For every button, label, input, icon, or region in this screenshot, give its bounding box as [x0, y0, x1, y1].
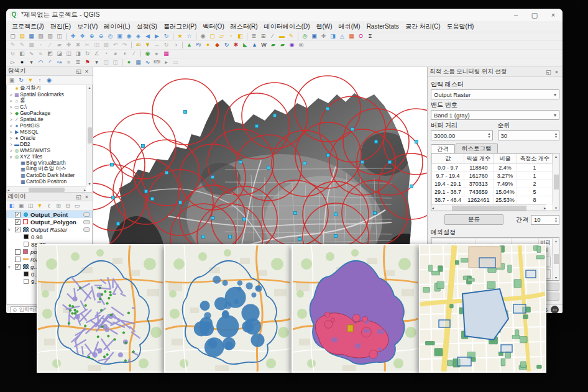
expander-icon[interactable]: > — [8, 117, 14, 122]
exceptions-vscrollbar[interactable]: ▴▾ — [553, 238, 559, 280]
minimize-button[interactable]: – — [507, 9, 525, 21]
collapse-all-layers-icon[interactable]: ⊟ — [63, 202, 72, 210]
menu-item-3[interactable]: 레이어(L) — [101, 22, 133, 32]
refresh-map-icon[interactable]: ↻ — [162, 32, 171, 40]
plugin-green-a-icon[interactable]: ▰ — [269, 41, 278, 49]
browser-hscrollbar[interactable]: ◂▸ — [7, 186, 86, 192]
collapse-all-icon[interactable]: ↑ — [35, 76, 44, 84]
browser-item-mssql[interactable]: >▶MSSQL — [7, 129, 92, 135]
expander-icon[interactable]: > — [8, 105, 14, 109]
show-properties-icon[interactable]: ◉ — [45, 76, 53, 84]
browser-item-postgis[interactable]: >●PostGIS — [7, 122, 92, 129]
plugin-purple-ring-icon[interactable]: ◉ — [287, 41, 296, 49]
menu-item-1[interactable]: 편집(E) — [47, 22, 74, 32]
crosshair-tool-icon[interactable]: ✚ — [319, 32, 328, 40]
label-move-icon[interactable]: ↔ — [152, 41, 162, 49]
browser-item-spatialite[interactable]: >∕SpatiaLite — [7, 116, 92, 122]
rails-b-icon[interactable]: ≣ — [73, 58, 83, 66]
menu-item-10[interactable]: 메쉬(M) — [336, 22, 364, 32]
browser-item-wms-wmts[interactable]: >◎WMS/WMTS — [7, 147, 92, 153]
style-manager-icon[interactable]: ▦ — [162, 50, 171, 58]
layer-stack-icon[interactable]: ▦ — [134, 58, 143, 66]
plugin-orange-icon[interactable]: ◆ — [213, 41, 222, 49]
layer-item-output-point[interactable]: ✓Output_Point — [7, 211, 92, 218]
manage-map-themes-icon[interactable]: ◫ — [26, 202, 35, 210]
plugin-green-hill-icon[interactable]: ◣ — [241, 41, 250, 49]
add-polygon-feature-icon[interactable]: ▰ — [55, 41, 64, 49]
dropdown-a-icon[interactable]: ▾ — [27, 58, 36, 66]
measure-line-icon[interactable]: ∕ — [268, 32, 277, 40]
copy-features-icon[interactable]: ◫ — [92, 41, 101, 49]
layer-visibility-checkbox[interactable]: ✓ — [15, 227, 21, 232]
kbi-plugin-icon[interactable]: KBI — [152, 58, 162, 66]
add-point-feature-icon[interactable]: ◦ — [36, 41, 45, 49]
pair-a-icon[interactable]: ◫ — [101, 58, 111, 66]
help-contents-icon[interactable]: ▣ — [310, 32, 319, 40]
cut-features-icon[interactable]: ✂ — [83, 41, 92, 49]
band-combo[interactable]: Band 1 (gray)▾ — [431, 110, 559, 120]
browser-item-cartodb-positron[interactable]: ▦CartoDb Positron — [7, 178, 92, 185]
layer-visibility-checkbox[interactable] — [15, 249, 21, 255]
save-project-as-icon[interactable]: ▧ — [36, 32, 45, 40]
menu-item-6[interactable]: 벡터(O) — [200, 22, 227, 32]
save-project-icon[interactable]: ▦ — [27, 32, 36, 40]
select-features-icon[interactable]: ▢ — [208, 32, 217, 40]
delete-selected-icon[interactable]: ✖ — [73, 41, 83, 49]
redo-icon[interactable]: ↷ — [120, 41, 129, 49]
vertex-tool-icon[interactable]: ✚ — [64, 41, 73, 49]
table-row[interactable]: 0.0 - 9.71188402.4%1 — [432, 164, 553, 172]
torus-plugin-icon[interactable]: O — [356, 32, 365, 40]
filter-browser-icon[interactable]: ▼ — [26, 76, 35, 84]
menu-item-12[interactable]: 공간 처리(C) — [402, 22, 444, 32]
new-project-icon[interactable]: ▢ — [8, 32, 17, 40]
expander-icon[interactable]: > — [8, 93, 14, 97]
split-features-icon[interactable]: ◪ — [55, 50, 64, 58]
browser-item-xyz-tiles[interactable]: v◎XYZ Tiles — [7, 153, 92, 160]
expander-icon[interactable]: > — [8, 111, 14, 116]
table-row[interactable]: 29.1 - 38.774365915.04%5 — [432, 188, 553, 196]
menu-item-13[interactable]: 도움말(H) — [444, 22, 477, 32]
metasearch-icon[interactable]: ◎ — [300, 32, 310, 40]
expander-icon[interactable]: > — [8, 142, 14, 147]
expand-all-icon[interactable]: ⊞ — [54, 202, 63, 210]
osm-plugin-icon[interactable]: ▦ — [347, 32, 356, 40]
circle-2points-icon[interactable]: ◠ — [36, 58, 45, 66]
add-selected-layer-icon[interactable]: ▣ — [7, 76, 16, 84]
browser-float-button[interactable]: ◱ — [75, 68, 83, 75]
menu-item-7[interactable]: 래스터(R) — [227, 22, 261, 32]
zoom-out-icon[interactable]: ⊖ — [96, 32, 106, 40]
remove-layer-icon[interactable]: ▭ — [73, 202, 81, 210]
current-edits-icon[interactable]: ✎ — [8, 41, 17, 49]
browser-item-c-[interactable]: >▭C:\ — [7, 104, 92, 110]
save-layer-edits-icon[interactable]: ▦ — [27, 41, 36, 49]
pair-b-icon[interactable]: ◫ — [111, 58, 120, 66]
tab-interval[interactable]: 간격 — [431, 144, 455, 153]
plugin-green-b-icon[interactable]: ▰ — [278, 41, 287, 49]
panel-close-button[interactable]: × — [553, 69, 561, 75]
column-header[interactable]: 값 — [432, 154, 464, 164]
filter-legend-icon[interactable]: ▼ — [35, 202, 44, 210]
rails-a-icon[interactable]: ≡ — [64, 58, 73, 66]
tab-histogram[interactable]: 히스토그램 — [456, 144, 498, 153]
panel-float-button[interactable]: ◱ — [544, 69, 553, 75]
zoom-next-icon[interactable]: ▶ — [152, 32, 162, 40]
expander-icon[interactable]: > — [8, 99, 14, 103]
run-arrow-icon[interactable]: ▸ — [152, 50, 162, 58]
browser-item-홈[interactable]: >⌂홈 — [7, 98, 92, 104]
browser-item-oracle[interactable]: >●Oracle — [7, 135, 92, 141]
select-by-expression-icon[interactable]: ◧ — [236, 32, 245, 40]
maximize-button[interactable]: ▢ — [525, 9, 544, 21]
zoom-to-selection-icon[interactable]: ◉ — [124, 32, 134, 40]
column-header[interactable]: 측정소 개수 — [517, 154, 553, 164]
reshape-features-icon[interactable]: ◩ — [45, 50, 55, 58]
browser-vscrollbar[interactable]: ▴▾ — [86, 85, 92, 186]
undo-icon[interactable]: ↶ — [111, 41, 120, 49]
zoom-in-icon[interactable]: ⊕ — [87, 32, 96, 40]
layer-item-output-polygon[interactable]: ✓Output_Polygon — [7, 218, 92, 226]
layer-visibility-checkbox[interactable]: ✓ — [15, 219, 21, 225]
dropdown-b-icon[interactable]: ▾ — [92, 58, 101, 66]
delete-ring-icon[interactable]: ◕ — [111, 50, 120, 58]
menu-item-2[interactable]: 보기(V) — [74, 22, 101, 32]
tracing-icon[interactable]: ∿ — [27, 50, 36, 58]
text-annotation-icon[interactable]: ✎ — [287, 32, 296, 40]
